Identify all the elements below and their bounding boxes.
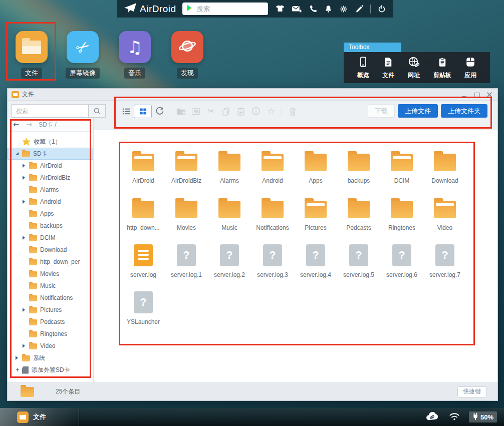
maximize-icon[interactable] [473, 91, 481, 99]
download-button[interactable]: 下载 [368, 104, 395, 118]
tree-item[interactable]: Music [8, 280, 93, 292]
tree-item[interactable]: Ringtones [8, 328, 93, 340]
rename-icon[interactable]: RE [188, 105, 203, 118]
file-item[interactable]: server.log.2 [208, 236, 251, 283]
tree-caret-icon[interactable] [16, 356, 21, 360]
power-icon[interactable] [377, 5, 386, 14]
minimize-icon[interactable] [460, 91, 468, 99]
top-search-input[interactable] [197, 5, 264, 13]
file-item[interactable]: Pictures [294, 189, 337, 236]
tree-item[interactable]: Alarms [8, 184, 93, 196]
file-item[interactable]: Ringtones [380, 189, 423, 236]
mail-add-icon[interactable] [292, 5, 302, 14]
file-search-input[interactable] [12, 104, 89, 118]
file-item[interactable]: server.log.1 [165, 236, 208, 283]
desktop-icon-screen-mirror[interactable]: ✂ 屏幕镜像 [66, 31, 99, 79]
tree-caret-icon[interactable] [23, 176, 28, 180]
cloud-link-icon[interactable] [425, 410, 440, 423]
file-item[interactable]: server.log [122, 236, 165, 283]
file-item[interactable]: Alarms [208, 142, 251, 189]
file-item[interactable]: server.log.4 [294, 236, 337, 283]
tree-caret-icon[interactable] [23, 164, 28, 168]
top-search-box[interactable] [182, 3, 268, 15]
file-item[interactable]: DCIM [380, 142, 423, 189]
tree-caret-icon[interactable] [16, 152, 21, 155]
tree-item[interactable]: Podcasts [8, 316, 93, 328]
file-item[interactable]: Movies [165, 189, 208, 236]
toolbox-tab[interactable]: Toolbox [344, 43, 401, 52]
tree-item[interactable]: Android [8, 196, 93, 208]
taskbar-task-files[interactable]: 文件 [0, 408, 79, 426]
file-item[interactable]: AirDroid [122, 142, 165, 189]
tree-item[interactable]: Download [8, 244, 93, 256]
tree-item[interactable]: backups [8, 220, 93, 232]
upload-folder-button[interactable]: 上传文件夹 [441, 104, 487, 118]
gear-icon[interactable] [339, 5, 348, 14]
tree-caret-icon[interactable] [23, 308, 28, 312]
shortcuts-button[interactable]: 快捷键 [457, 386, 486, 397]
phone-icon[interactable] [309, 5, 318, 14]
file-item[interactable]: Music [208, 189, 251, 236]
file-item[interactable]: server.log.7 [423, 236, 466, 283]
info-icon[interactable] [248, 105, 264, 118]
pencil-icon[interactable] [355, 5, 364, 14]
toolbox-item-clipboard[interactable]: 剪贴板 [433, 56, 451, 80]
delete-icon[interactable] [285, 105, 300, 118]
file-item[interactable]: Download [423, 142, 466, 189]
wifi-icon[interactable] [448, 411, 460, 423]
forward-arrow-icon[interactable] [26, 121, 33, 129]
tree-item[interactable]: Pictures [8, 304, 93, 316]
grid-view-icon[interactable] [134, 105, 152, 118]
tree-item[interactable]: Video [8, 340, 93, 352]
tree-item[interactable]: 收藏（1） [8, 136, 93, 148]
tree-item[interactable]: Notifications [8, 292, 93, 304]
file-item[interactable]: YSLauncher [122, 283, 165, 330]
bell-icon[interactable] [324, 5, 333, 14]
tree-caret-icon[interactable] [23, 200, 28, 204]
favorite-icon[interactable]: ☆ [264, 105, 279, 118]
refresh-icon[interactable] [152, 105, 167, 118]
tree-item[interactable]: SD卡 [8, 148, 93, 160]
file-item[interactable]: server.log.5 [337, 236, 380, 283]
tree-item[interactable]: http_down_per [8, 256, 93, 268]
file-item[interactable]: Android [251, 142, 294, 189]
file-item[interactable]: Podcasts [337, 189, 380, 236]
back-arrow-icon[interactable] [13, 121, 20, 129]
toolbox-item-overview[interactable]: 概览 [357, 56, 369, 80]
toolbox-item-url[interactable]: 网址 [408, 56, 420, 80]
tree-caret-icon[interactable] [16, 367, 21, 372]
toolbox-item-files[interactable]: 文件 [382, 56, 394, 80]
file-item[interactable]: AirDroidBiz [165, 142, 208, 189]
close-icon[interactable] [485, 91, 493, 99]
tree-item[interactable]: Apps [8, 208, 93, 220]
file-item[interactable]: Notifications [251, 189, 294, 236]
desktop-icon-label: 文件 [21, 68, 42, 79]
cut-icon[interactable]: ✂ [203, 105, 218, 118]
tree-item[interactable]: 添加外置SD卡 [8, 364, 93, 376]
list-view-icon[interactable] [119, 105, 134, 118]
file-item-icon [132, 201, 154, 218]
desktop-icon-files[interactable]: 文件 [15, 31, 48, 79]
tree-item[interactable]: Movies [8, 268, 93, 280]
desktop-icon-music[interactable]: ♫ 音乐 [118, 31, 151, 79]
file-item[interactable]: server.log.6 [380, 236, 423, 283]
tree-item[interactable]: AirDroidBiz [8, 172, 93, 184]
search-icon[interactable] [89, 104, 106, 118]
shirt-icon[interactable] [275, 5, 285, 14]
tree-item[interactable]: DCIM [8, 232, 93, 244]
copy-icon[interactable] [218, 105, 233, 118]
tree-item[interactable]: 系统 [8, 352, 93, 364]
file-item[interactable]: http_down... [122, 189, 165, 236]
file-item[interactable]: Video [423, 189, 466, 236]
upload-file-button[interactable]: 上传文件 [398, 104, 438, 118]
file-item[interactable]: server.log.3 [251, 236, 294, 283]
toolbox-item-apps[interactable]: 应用 [464, 56, 476, 80]
file-item[interactable]: backups [337, 142, 380, 189]
paste-icon[interactable] [233, 105, 248, 118]
desktop-icon-discover[interactable]: 发现 [171, 31, 204, 79]
file-item[interactable]: Apps [294, 142, 337, 189]
new-folder-icon[interactable] [173, 105, 188, 118]
tree-caret-icon[interactable] [23, 236, 28, 240]
tree-item[interactable]: AirDroid [8, 160, 93, 172]
tree-caret-icon[interactable] [23, 344, 28, 348]
